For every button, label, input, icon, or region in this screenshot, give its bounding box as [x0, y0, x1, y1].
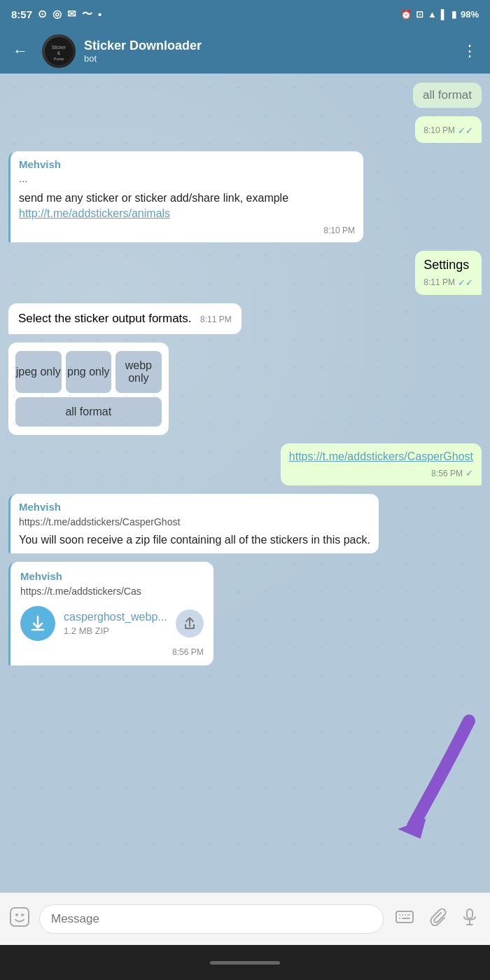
sticker-icon — [8, 906, 31, 928]
header-info: Sticker Downloader bot — [84, 39, 448, 64]
sender-name: Mehvish — [19, 499, 370, 514]
read-tick: ✓✓ — [458, 277, 473, 289]
svg-point-8 — [15, 913, 18, 916]
msg-row: Mehvish https://t.me/addstickers/Cas cas… — [8, 562, 482, 665]
svg-point-9 — [21, 913, 24, 916]
whatsapp-icon: ⊙ — [38, 8, 47, 20]
alarm-icon: ⏰ — [400, 9, 412, 20]
mail-icon: ✉ — [67, 8, 76, 20]
message-time: 8:56 PM ✓ — [289, 467, 473, 480]
time-label: 8:11 PM — [424, 277, 455, 289]
svg-text:Paste: Paste — [54, 57, 64, 61]
status-bar: 8:57 ⊙ ◎ ✉ 〜 • ⏰ ⊡ ▲ ▌ ▮ 98% — [0, 0, 490, 28]
chat-title: Sticker Downloader — [84, 39, 448, 53]
back-button[interactable]: ← — [7, 36, 34, 66]
message-bubble: https://t.me/addstickers/CasperGhost 8:5… — [281, 443, 482, 486]
share-icon — [183, 616, 197, 630]
png-only-button[interactable]: png only — [66, 351, 112, 393]
message-bubble: 8:10 PM ✓✓ — [415, 116, 482, 143]
message-text: send me any sticker or sticker add/share… — [19, 191, 355, 222]
svg-text:&: & — [57, 50, 61, 55]
battery-percent: 98% — [461, 9, 479, 20]
message-input[interactable] — [39, 904, 384, 934]
all-format-button[interactable]: all format — [15, 397, 162, 427]
msg-row: 8:10 PM ✓✓ — [8, 116, 482, 143]
signal-icon: ▌ — [441, 9, 447, 20]
message-text: all format — [423, 88, 472, 102]
file-name: casperghost_webp... — [64, 609, 167, 625]
extra-icon: 〜 — [82, 8, 92, 21]
msg-row: Mehvish ··· send me any sticker or stick… — [8, 151, 482, 242]
time-label: 8:10 PM — [323, 225, 355, 237]
keyboard-icon — [395, 907, 414, 927]
msg-row: https://t.me/addstickers/CasperGhost 8:5… — [8, 443, 482, 486]
message-bubble: Settings 8:11 PM ✓✓ — [415, 251, 482, 295]
svg-text:Sticker: Sticker — [52, 44, 66, 49]
button-row-1: jpeg only png only webp only — [15, 351, 162, 393]
message-time: 8:11 PM — [200, 315, 232, 324]
message-bubble: Select the sticker output formats. 8:11 … — [8, 303, 241, 334]
message-time: 8:10 PM ✓✓ — [424, 125, 473, 137]
dot-indicator: • — [98, 8, 102, 20]
message-bubble: Mehvish https://t.me/addstickers/Cas cas… — [8, 562, 214, 665]
time-label: 8:56 PM — [431, 468, 463, 480]
message-text: Select the sticker output formats. — [18, 312, 192, 325]
buttons-container: jpeg only png only webp only all format — [8, 343, 169, 435]
wifi-icon: ▲ — [428, 9, 437, 20]
message-link[interactable]: http://t.me/addstickers/animals — [19, 207, 170, 219]
message-time: 8:11 PM ✓✓ — [424, 277, 473, 289]
system-nav-bar — [0, 945, 490, 980]
sender-name: Mehvish — [19, 157, 355, 172]
home-indicator[interactable] — [210, 961, 280, 965]
message-subtext: https://t.me/addstickers/Cas — [20, 585, 204, 599]
attachment-icon — [428, 908, 447, 926]
svg-rect-7 — [10, 908, 29, 926]
msg-row: Settings 8:11 PM ✓✓ — [8, 251, 482, 295]
sent-link[interactable]: https://t.me/addstickers/CasperGhost — [289, 450, 473, 462]
share-button[interactable] — [176, 609, 204, 637]
svg-rect-10 — [396, 911, 413, 923]
message-text: Settings — [424, 258, 469, 272]
file-bubble: casperghost_webp... 1.2 MB ZIP — [20, 603, 204, 644]
file-size: 1.2 MB ZIP — [64, 625, 167, 637]
battery-icon: ▮ — [451, 9, 456, 20]
format-buttons-row: jpeg only png only webp only all format — [8, 343, 482, 435]
chat-header: ← Sticker & Paste Sticker Downloader bot… — [0, 28, 490, 74]
file-info: casperghost_webp... 1.2 MB ZIP — [64, 609, 167, 638]
microphone-button[interactable] — [458, 905, 482, 933]
message-input-bar — [0, 892, 490, 945]
jpeg-only-button[interactable]: jpeg only — [15, 351, 62, 393]
instagram-icon: ◎ — [52, 8, 62, 20]
message-time: 8:56 PM — [20, 647, 204, 658]
msg-row: Mehvish https://t.me/addstickers/CasperG… — [8, 494, 482, 553]
chat-area: all format 8:10 PM ✓✓ Mehvish ··· send m… — [0, 74, 490, 892]
button-row-2: all format — [15, 397, 162, 427]
status-time: 8:57 — [11, 8, 32, 20]
status-left: 8:57 ⊙ ◎ ✉ 〜 • — [11, 8, 102, 21]
status-right: ⏰ ⊡ ▲ ▌ ▮ 98% — [400, 9, 479, 20]
time-label: 8:56 PM — [172, 647, 204, 658]
sticker-button[interactable] — [8, 906, 31, 933]
message-bubble: Mehvish ··· send me any sticker or stick… — [8, 151, 363, 242]
msg-row: all format — [8, 83, 482, 108]
svg-rect-18 — [467, 909, 472, 918]
keyboard-button[interactable] — [392, 904, 417, 934]
msg-row: Select the sticker output formats. 8:11 … — [8, 303, 482, 334]
attach-button[interactable] — [426, 905, 449, 933]
message-bubble: Mehvish https://t.me/addstickers/CasperG… — [8, 494, 379, 553]
chat-subtitle: bot — [84, 53, 448, 64]
cast-icon: ⊡ — [416, 9, 424, 20]
avatar[interactable]: Sticker & Paste — [42, 34, 76, 68]
message-subtext: ··· — [19, 173, 355, 188]
webp-only-button[interactable]: webp only — [115, 351, 162, 393]
message-subtext: https://t.me/addstickers/CasperGhost — [19, 516, 370, 530]
time-label: 8:10 PM — [424, 125, 455, 137]
more-options-button[interactable]: ⋮ — [456, 36, 483, 66]
read-tick: ✓ — [465, 467, 473, 480]
microphone-icon — [461, 908, 479, 926]
download-icon — [29, 614, 47, 633]
message-bubble: all format — [413, 83, 482, 108]
sender-name: Mehvish — [20, 569, 204, 584]
download-icon-circle[interactable] — [20, 606, 55, 641]
message-text: You will soon receive a zip file contain… — [19, 532, 370, 548]
